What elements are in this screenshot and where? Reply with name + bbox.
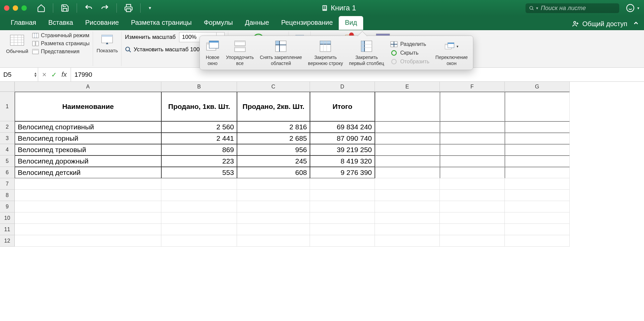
cell[interactable] xyxy=(375,121,440,133)
cell[interactable]: 2 560 xyxy=(161,121,237,133)
cell[interactable] xyxy=(505,144,570,155)
cell[interactable]: 87 090 740 xyxy=(310,133,375,144)
maximize-window-button[interactable] xyxy=(21,5,27,11)
home-button[interactable] xyxy=(37,4,46,12)
cell[interactable] xyxy=(440,92,505,121)
cell[interactable] xyxy=(15,235,161,247)
column-header-G[interactable]: G xyxy=(505,82,570,92)
cell[interactable] xyxy=(375,212,440,224)
cell[interactable] xyxy=(375,201,440,212)
cell[interactable] xyxy=(440,178,505,190)
account-dropdown[interactable]: ▼ xyxy=(637,6,640,10)
cell[interactable] xyxy=(440,212,505,224)
custom-views-button[interactable]: Представления xyxy=(32,48,89,55)
cell[interactable]: Продано, 1кв. Шт. xyxy=(161,92,237,121)
tab-data[interactable]: Данные xyxy=(239,16,275,30)
cell[interactable] xyxy=(15,224,161,235)
cell[interactable] xyxy=(237,212,310,224)
cell[interactable]: Велосипед трековый xyxy=(15,144,161,155)
row-header-1[interactable]: 1 xyxy=(0,92,15,121)
zoom-100-button[interactable]: Установить масштаб 100% xyxy=(125,46,205,53)
cell[interactable] xyxy=(440,201,505,212)
cell[interactable] xyxy=(375,133,440,144)
column-header-A[interactable]: A xyxy=(15,82,161,92)
cell[interactable]: 869 xyxy=(161,144,237,155)
cell[interactable] xyxy=(237,224,310,235)
cell[interactable] xyxy=(505,167,570,178)
cell[interactable] xyxy=(375,224,440,235)
undo-button[interactable] xyxy=(84,4,93,12)
customize-qat-button[interactable]: ▼ xyxy=(148,6,152,10)
cell[interactable] xyxy=(161,224,237,235)
tab-draw[interactable]: Рисование xyxy=(79,16,125,30)
split-button[interactable]: Разделить xyxy=(390,41,429,47)
enter-formula-button[interactable]: ✓ xyxy=(51,71,57,79)
column-header-E[interactable]: E xyxy=(375,82,440,92)
cell[interactable] xyxy=(161,235,237,247)
column-header-B[interactable]: B xyxy=(161,82,237,92)
column-header-F[interactable]: F xyxy=(440,82,505,92)
cell[interactable]: 2 685 xyxy=(237,133,310,144)
cell[interactable] xyxy=(505,201,570,212)
arrange-all-button[interactable]: Упорядочитьвсе xyxy=(226,39,254,66)
cell[interactable] xyxy=(161,201,237,212)
cell[interactable] xyxy=(237,190,310,201)
save-button[interactable] xyxy=(61,4,69,12)
cell[interactable]: 956 xyxy=(237,144,310,155)
cell[interactable] xyxy=(310,235,375,247)
cell[interactable] xyxy=(505,155,570,167)
cell[interactable] xyxy=(375,235,440,247)
freeze-first-col-button[interactable]: Закрепитьпервый столбец xyxy=(349,39,384,66)
cell[interactable] xyxy=(440,144,505,155)
cell[interactable] xyxy=(505,190,570,201)
row-header-12[interactable]: 12 xyxy=(0,235,15,247)
cell[interactable] xyxy=(505,224,570,235)
row-header-5[interactable]: 5 xyxy=(0,155,15,167)
cell[interactable] xyxy=(310,190,375,201)
normal-view-button[interactable]: Обычный xyxy=(6,33,28,54)
cell[interactable] xyxy=(310,224,375,235)
cell[interactable] xyxy=(440,155,505,167)
cell[interactable] xyxy=(440,167,505,178)
cell[interactable] xyxy=(15,190,161,201)
row-header-10[interactable]: 10 xyxy=(0,212,15,224)
cell[interactable]: 9 276 390 xyxy=(310,167,375,178)
show-button[interactable]: Показать xyxy=(96,32,118,54)
cell[interactable] xyxy=(310,201,375,212)
row-header-4[interactable]: 4 xyxy=(0,144,15,155)
close-window-button[interactable] xyxy=(4,5,9,11)
cell[interactable]: 2 441 xyxy=(161,133,237,144)
select-all-corner[interactable] xyxy=(0,82,15,92)
minimize-window-button[interactable] xyxy=(13,5,18,11)
hide-button[interactable]: Скрыть xyxy=(390,50,429,56)
search-box[interactable]: ▼ xyxy=(526,3,619,13)
cell[interactable] xyxy=(375,178,440,190)
cell[interactable] xyxy=(440,224,505,235)
cell[interactable] xyxy=(161,190,237,201)
print-button[interactable] xyxy=(124,4,133,12)
page-layout-view-button[interactable]: Разметка страницы xyxy=(32,40,89,47)
row-header-9[interactable]: 9 xyxy=(0,201,15,212)
cell[interactable] xyxy=(310,178,375,190)
cell[interactable]: Наименование xyxy=(15,92,161,121)
tab-insert[interactable]: Вставка xyxy=(42,16,79,30)
cell[interactable] xyxy=(237,235,310,247)
cell[interactable] xyxy=(505,121,570,133)
cell[interactable]: 553 xyxy=(161,167,237,178)
cell[interactable] xyxy=(440,121,505,133)
tab-review[interactable]: Рецензирование xyxy=(275,16,339,30)
new-window-button[interactable]: Новоеокно xyxy=(205,39,220,66)
cell[interactable]: 2 816 xyxy=(237,121,310,133)
spreadsheet-grid[interactable]: ABCDEFG 1НаименованиеПродано, 1кв. Шт.Пр… xyxy=(0,82,644,247)
cell[interactable] xyxy=(505,235,570,247)
cell[interactable] xyxy=(310,212,375,224)
cell[interactable] xyxy=(237,201,310,212)
tab-home[interactable]: Главная xyxy=(5,16,42,30)
row-header-11[interactable]: 11 xyxy=(0,224,15,235)
cell[interactable]: Велосипед дорожный xyxy=(15,155,161,167)
cell[interactable] xyxy=(15,201,161,212)
cell[interactable] xyxy=(440,190,505,201)
row-header-7[interactable]: 7 xyxy=(0,178,15,190)
row-header-6[interactable]: 6 xyxy=(0,167,15,178)
row-header-2[interactable]: 2 xyxy=(0,121,15,133)
